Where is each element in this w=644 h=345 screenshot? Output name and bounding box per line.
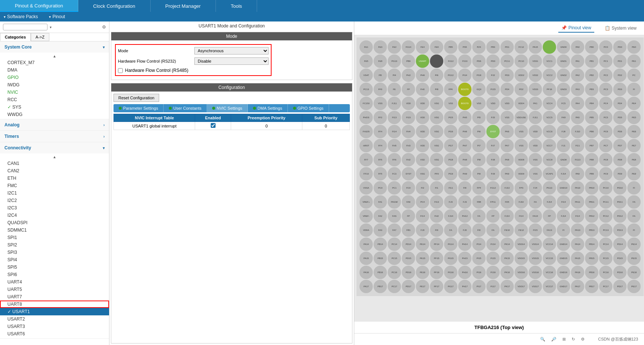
- chip-pin[interactable]: PS5: [458, 40, 472, 54]
- chip-pin[interactable]: PI7: [472, 139, 486, 152]
- chip-pin[interactable]: FA1: [374, 195, 387, 209]
- chip-pin[interactable]: PI16: [472, 266, 486, 279]
- tab-dma-settings[interactable]: DMA Settings: [248, 104, 288, 112]
- chip-pin[interactable]: VSS: [515, 125, 528, 138]
- sidebar-item-sys[interactable]: SYS: [0, 103, 109, 111]
- chip-pin[interactable]: PB9: [402, 54, 415, 68]
- chip-pin[interactable]: GND17: [557, 280, 570, 293]
- chip-pin[interactable]: PG15: [444, 252, 457, 265]
- chip-pin[interactable]: FF5: [374, 153, 387, 166]
- chip-pin[interactable]: FF10: [359, 167, 373, 180]
- chip-pin[interactable]: FJ0: [458, 223, 472, 237]
- chip-pin[interactable]: PK8: [500, 153, 514, 166]
- chip-pin[interactable]: FC0: [402, 181, 415, 195]
- chip-pin[interactable]: PG6: [444, 125, 457, 138]
- chip-pin[interactable]: PJ5: [486, 111, 500, 124]
- section-system-core-header[interactable]: System Core ▾: [0, 42, 109, 53]
- sidebar-item-nvic[interactable]: NVIC: [0, 89, 109, 96]
- chip-pin[interactable]: FE1: [359, 40, 373, 54]
- chip-pin[interactable]: FE0: [430, 40, 443, 54]
- chip-pin[interactable]: VSS15: [529, 252, 542, 265]
- chip-pin[interactable]: PB16: [374, 266, 387, 279]
- chip-pin[interactable]: PE16: [627, 266, 641, 279]
- chip-pin[interactable]: FI2: [416, 181, 429, 195]
- chip-pin[interactable]: VSS2: [529, 69, 542, 82]
- chip-pin[interactable]: FG14: [402, 40, 415, 54]
- chip-pin[interactable]: FA2: [374, 209, 387, 223]
- chip-pin[interactable]: PE0: [627, 40, 641, 54]
- chip-pin[interactable]: PD5: [613, 111, 627, 124]
- sidebar-item-spi1[interactable]: SPI1: [0, 234, 109, 241]
- chip-pin[interactable]: VDD: [416, 111, 429, 124]
- chip-pin[interactable]: FH3: [402, 139, 415, 152]
- chip-pin[interactable]: PD15: [402, 252, 415, 265]
- chip-pin[interactable]: VDD16: [515, 266, 528, 279]
- chip-pin[interactable]: FH0: [416, 83, 429, 96]
- chip-pin[interactable]: VDD: [486, 97, 500, 110]
- chip-pin[interactable]: PC2: [599, 69, 612, 82]
- chip-pin[interactable]: PD2: [515, 83, 528, 96]
- chip-pin[interactable]: PB14: [585, 238, 598, 251]
- chip-pin[interactable]: FG1: [571, 139, 584, 152]
- subnav-software-packs[interactable]: ▾ Software Packs: [4, 14, 38, 19]
- chip-pin[interactable]: FJ14: [444, 209, 457, 223]
- sidebar-item-sdmmc1[interactable]: SDMMC1: [0, 226, 109, 234]
- chip-pin[interactable]: VCC6: [543, 125, 556, 138]
- chip-pin[interactable]: FJ14: [557, 209, 570, 223]
- chip-pin[interactable]: FC150: [359, 97, 373, 110]
- chip-pin[interactable]: VSS14: [529, 238, 542, 251]
- chip-pin[interactable]: PA9: [571, 167, 584, 180]
- chip-pin[interactable]: PB17: [374, 280, 387, 293]
- chip-pin[interactable]: PK14: [500, 238, 514, 251]
- chip-pin[interactable]: VSG: [430, 111, 443, 124]
- chip-pin[interactable]: PC15: [388, 252, 401, 265]
- chip-pin[interactable]: PZ4: [472, 40, 486, 54]
- chip-pin[interactable]: PE8: [627, 153, 641, 166]
- chip-pin[interactable]: PG8: [444, 153, 457, 166]
- chip-pin[interactable]: PI8: [472, 153, 486, 166]
- nav-tools[interactable]: Tools: [216, 0, 257, 12]
- chip-pin[interactable]: PE9: [627, 167, 641, 180]
- chip-pin[interactable]: FB8: [472, 195, 486, 209]
- chip-pin[interactable]: PH12: [458, 209, 472, 223]
- chip-pin[interactable]: PD7: [613, 139, 627, 152]
- chip-pin[interactable]: FC3: [388, 167, 401, 180]
- chip-pin[interactable]: PD10: [613, 181, 627, 195]
- chip-pin[interactable]: PE14: [627, 238, 641, 251]
- hwflow-select[interactable]: Disable: [194, 57, 269, 65]
- chip-pin[interactable]: FJ14: [543, 195, 556, 209]
- chip-pin[interactable]: VDD: [416, 139, 429, 152]
- chip-pin[interactable]: FI6: [458, 181, 472, 195]
- chip-pin[interactable]: PJ13: [458, 54, 472, 68]
- chip-pin[interactable]: FA13: [543, 223, 556, 237]
- chip-pin[interactable]: FH2: [402, 153, 415, 166]
- chip-pin[interactable]: FPK: [444, 83, 457, 96]
- chip-pin[interactable]: FP: [402, 83, 415, 96]
- chip-pin[interactable]: FI15: [529, 223, 542, 237]
- sidebar-item-can2[interactable]: CAN2: [0, 167, 109, 175]
- chip-pin[interactable]: VCC4: [543, 97, 556, 110]
- sidebar-item-i2c2[interactable]: I2C2: [0, 197, 109, 204]
- gear-icon[interactable]: ⚙: [102, 24, 106, 30]
- chip-pin[interactable]: PG12: [444, 69, 457, 82]
- chip-pin[interactable]: PC16: [388, 266, 401, 279]
- chip-pin[interactable]: FP: [543, 209, 556, 223]
- chip-pin[interactable]: FP: [402, 209, 415, 223]
- sidebar-item-wwdg[interactable]: WWDG: [0, 111, 109, 118]
- chip-pin[interactable]: PF16: [430, 266, 443, 279]
- chip-pin[interactable]: PA1: [571, 54, 584, 68]
- chip-pin[interactable]: FP3: [515, 181, 528, 195]
- chip-pin[interactable]: PH14: [458, 238, 472, 251]
- chip-pin[interactable]: FE10: [500, 223, 514, 237]
- chip-pin[interactable]: FG12: [486, 181, 500, 195]
- chip-pin[interactable]: FE: [388, 83, 401, 96]
- chip-pin[interactable]: PF9: [430, 167, 443, 180]
- chip-pin[interactable]: PE6: [627, 125, 641, 138]
- chip-pin[interactable]: FI: [627, 181, 641, 195]
- chip-pin[interactable]: PD1: [613, 54, 627, 68]
- sidebar-item-eth[interactable]: ETH: [0, 175, 109, 182]
- nav-pinout-config[interactable]: Pinout & Configuration: [0, 0, 78, 12]
- chip-pin[interactable]: PA15: [571, 252, 584, 265]
- chip-pin[interactable]: PF17: [430, 280, 443, 293]
- chip-pin[interactable]: PI6: [430, 69, 443, 82]
